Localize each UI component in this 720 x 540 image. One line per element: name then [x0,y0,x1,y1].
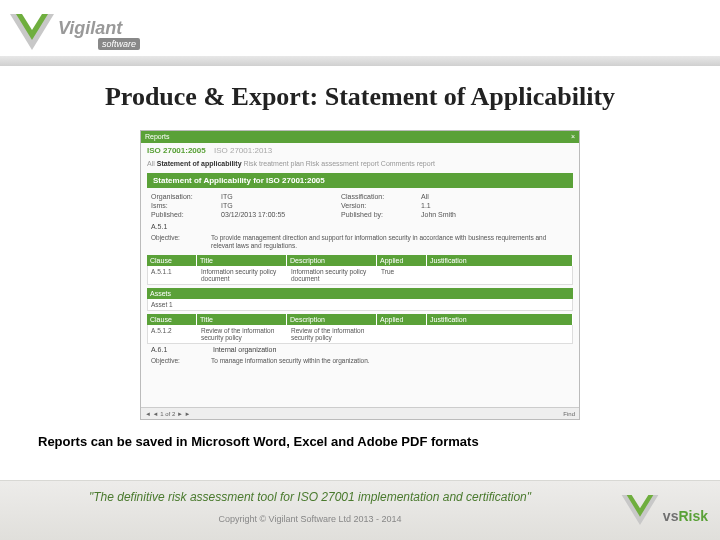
table-row: A.5.1.2 Review of the information securi… [147,325,573,344]
th-desc: Description [287,255,377,266]
slide-caption: Reports can be saved in Microsoft Word, … [38,434,479,449]
meta-pubby-lbl: Published by: [341,211,421,218]
v-chevron-icon [8,8,56,56]
td-just [428,266,572,284]
close-icon[interactable]: × [571,132,575,142]
objective-row-2: Objective: To manage information securit… [141,355,579,367]
th-just: Justification [427,255,573,266]
subtab-soa[interactable]: Statement of applicability [157,160,242,167]
meta-pubby-val: John Smith [421,211,456,218]
window-titlebar: Reports × [141,131,579,143]
subtab-rar[interactable]: Risk assessment report [306,160,379,167]
td-just [428,325,572,343]
vsrisk-wordmark: vsRisk [663,508,708,524]
objective-val: To provide management direction and supp… [211,234,569,250]
td-applied [378,325,428,343]
section-title: Internal organization [213,346,276,353]
find-button[interactable]: Find [563,411,575,417]
meta-class-lbl: Classification: [341,193,421,200]
controls-table-head-2: Clause Title Description Applied Justifi… [147,314,573,325]
section-num: A.6.1 [151,346,211,353]
td-title: Review of the information security polic… [198,325,288,343]
meta-org-val: ITG [221,193,301,200]
subtab-rtp[interactable]: Risk treatment plan [243,160,303,167]
controls-table-head: Clause Title Description Applied Justifi… [147,255,573,266]
app-screenshot: Reports × ISO 27001:2005 ISO 27001:2013 … [140,130,580,420]
brand-logo-bottom: vsRisk [618,488,708,530]
meta-pub-lbl: Published: [151,211,221,218]
report-pager-toolbar: ◄ ◄ 1 of 2 ► ► Find [141,407,579,419]
assets-row: Asset 1 [147,299,573,311]
assets-head: Assets [147,288,573,299]
meta-ver-val: 1.1 [421,202,431,209]
subtab-comments[interactable]: Comments report [381,160,435,167]
section-num: A.5.1 [151,223,211,230]
th-title: Title [197,314,287,325]
th-title: Title [197,255,287,266]
report-subtabs: All Statement of applicability Risk trea… [141,158,579,169]
window-title: Reports [145,133,170,140]
meta-org-lbl: Organisation: [151,193,221,200]
vs-text: vs [663,508,679,524]
header-divider [0,56,720,66]
th-clause: Clause [147,314,197,325]
brand-sub: software [98,38,140,50]
tab-iso2005[interactable]: ISO 27001:2005 [147,146,206,155]
assets-label: Assets [147,288,174,299]
th-desc: Description [287,314,377,325]
table-row: A.5.1.1 Information security policy docu… [147,266,573,285]
meta-ver-lbl: Version: [341,202,421,209]
meta-isms-lbl: Isms: [151,202,221,209]
td-clause: A.5.1.2 [148,325,198,343]
td-clause: A.5.1.1 [148,266,198,284]
footer-band [0,480,720,540]
v-chevron-icon [618,490,662,530]
section-a51: A.5.1 [141,221,579,232]
objective-val: To manage information security within th… [211,357,569,365]
brand-name: Vigilant [58,18,122,39]
footer-tagline: "The definitive risk assessment tool for… [0,490,620,504]
td-desc: Review of the information security polic… [288,325,378,343]
soa-heading: Statement of Applicability for ISO 27001… [147,173,573,188]
meta-pub-val: 03/12/2013 17:00:55 [221,211,301,218]
td-desc: Information security policy document [288,266,378,284]
objective-row-1: Objective: To provide management directi… [141,232,579,252]
report-meta: Organisation: ITG Classification: All Is… [141,190,579,221]
asset-name: Asset 1 [148,299,176,310]
subtab-all[interactable]: All [147,160,155,167]
risk-text: Risk [678,508,708,524]
objective-lbl: Objective: [151,234,211,250]
th-clause: Clause [147,255,197,266]
meta-class-val: All [421,193,429,200]
td-applied: True [378,266,428,284]
brand-logo-top: Vigilant software [8,8,158,56]
objective-lbl: Objective: [151,357,211,365]
meta-isms-val: ITG [221,202,301,209]
footer-copyright: Copyright © Vigilant Software Ltd 2013 -… [0,514,620,524]
section-a61: A.6.1 Internal organization [141,344,579,355]
th-just: Justification [427,314,573,325]
td-title: Information security policy document [198,266,288,284]
tab-iso2013[interactable]: ISO 27001:2013 [214,146,272,155]
th-applied: Applied [377,314,427,325]
th-applied: Applied [377,255,427,266]
slide-title: Produce & Export: Statement of Applicabi… [0,82,720,112]
iso-version-tabs: ISO 27001:2005 ISO 27001:2013 [141,143,579,158]
pager-nav[interactable]: ◄ ◄ 1 of 2 ► ► [145,411,190,417]
